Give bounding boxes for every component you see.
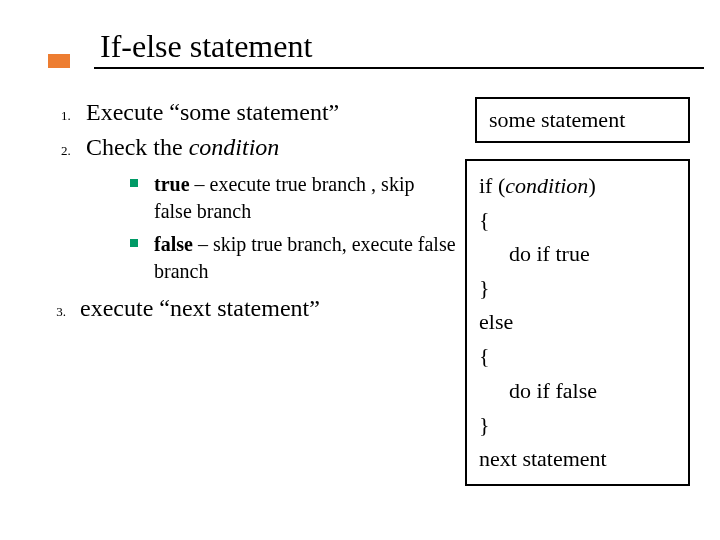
step-3: 3. execute “next statement” xyxy=(50,295,457,322)
left-column: Execute “some statement” Check the condi… xyxy=(50,97,465,486)
sub-true-text: – execute true branch , skip false branc… xyxy=(154,173,414,222)
right-column: some statement if (condition) { do if tr… xyxy=(465,97,690,486)
code-line-if: if (condition) xyxy=(479,169,676,203)
code-top-text: some statement xyxy=(489,107,625,132)
title-underline xyxy=(94,67,704,69)
step-2-condition: condition xyxy=(189,134,280,160)
step-1-text: Execute “some statement” xyxy=(86,99,339,125)
code-line-else: else xyxy=(479,305,676,339)
accent-square xyxy=(48,54,70,68)
sub-true-label: true xyxy=(154,173,190,195)
sub-false-text: – skip true branch, execute false branch xyxy=(154,233,456,282)
step-2: Check the condition true – execute true … xyxy=(74,132,457,285)
code-box-top: some statement xyxy=(475,97,690,143)
code-if-post: ) xyxy=(588,173,595,198)
sub-false: false – skip true branch, execute false … xyxy=(126,231,457,285)
step-2-pre: Check the xyxy=(86,134,189,160)
title-block: If-else statement xyxy=(100,28,690,69)
step-2-sublist: true – execute true branch , skip false … xyxy=(126,171,457,285)
slide-title: If-else statement xyxy=(100,28,690,65)
step-3-text: execute “next statement” xyxy=(74,295,320,322)
sub-true: true – execute true branch , skip false … xyxy=(126,171,457,225)
step-1: Execute “some statement” xyxy=(74,97,457,128)
code-line-brace-close-1: } xyxy=(479,271,676,305)
code-line-brace-close-2: } xyxy=(479,408,676,442)
code-line-brace-open-2: { xyxy=(479,339,676,373)
code-if-pre: if ( xyxy=(479,173,505,198)
step-3-marker: 3. xyxy=(50,304,74,320)
code-line-next: next statement xyxy=(479,442,676,476)
steps-list: Execute “some statement” Check the condi… xyxy=(50,97,457,285)
code-box-main: if (condition) { do if true } else { do … xyxy=(465,159,690,486)
code-line-brace-open-1: { xyxy=(479,203,676,237)
code-if-cond: condition xyxy=(505,173,588,198)
code-line-do-true: do if true xyxy=(479,237,676,271)
content-row: Execute “some statement” Check the condi… xyxy=(50,97,690,486)
code-line-do-false: do if false xyxy=(479,374,676,408)
sub-false-label: false xyxy=(154,233,193,255)
